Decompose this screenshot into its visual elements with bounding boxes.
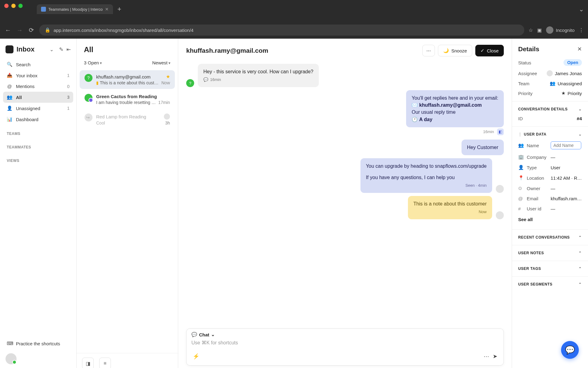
assignee-value[interactable]: James Jonas [544, 70, 582, 76]
section-user-notes[interactable]: USER NOTES⌃ [512, 245, 588, 258]
message-scroll[interactable]: ? Hey - this service is very cool. How c… [178, 63, 512, 328]
message-line: Our usual reply time [412, 109, 498, 116]
section-user-segments[interactable]: USER SEGMENTS⌃ [512, 276, 588, 289]
avatar-initial: ? [87, 75, 90, 80]
macros-icon[interactable] [191, 351, 201, 362]
location-value[interactable]: 11:42 AM · Rea… [551, 175, 582, 181]
chevron-up-icon: ⌃ [579, 282, 582, 286]
avatar-icon: ↩ [85, 113, 92, 121]
section-user-data[interactable]: USER DATA⌄ [512, 126, 588, 139]
message-text: Hey - this service is very cool. How can… [203, 68, 313, 75]
conversation-item[interactable]: Green Cactus from Reading I am having tr… [80, 90, 175, 109]
intercom-logo-icon[interactable] [6, 45, 13, 53]
search-label: Search [16, 62, 70, 67]
section-recent-conversations[interactable]: RECENT CONVERSATIONS⌃ [512, 229, 588, 242]
conversation-name: khuffash.ramy@gmail.com [96, 74, 166, 79]
chat-icon: 💬 [203, 77, 208, 83]
sidebar-section-teams[interactable]: TEAMS [3, 125, 73, 138]
grip-icon[interactable] [518, 132, 522, 136]
status-badge[interactable]: Open [564, 59, 582, 66]
forward-button[interactable]: → [16, 27, 23, 34]
open-filter[interactable]: 3 Open▾ [84, 60, 102, 65]
agent-avatar-icon [496, 211, 504, 219]
sidebar-item-dashboard[interactable]: Dashboard [3, 114, 73, 125]
sidebar-section-views[interactable]: VIEWS [3, 152, 73, 165]
message-time: 16min [483, 129, 494, 134]
browser-menu-icon[interactable]: ⋮ [579, 27, 584, 33]
section-user-tags[interactable]: USER TAGS⌃ [512, 261, 588, 273]
intercom-badge-icon: ◧ [497, 128, 504, 135]
conversation-time: 17min [158, 100, 170, 105]
message-outgoing: You'll get replies here and in your emai… [186, 90, 504, 127]
note-text: This is a note about this customer [413, 200, 487, 207]
browser-tab[interactable]: Teammates | Moodjoy | Interco ✕ [37, 4, 113, 14]
sidebar-item-label: Your inbox [16, 73, 63, 78]
composer-mode-selector[interactable]: Chat ⌄ [191, 332, 215, 337]
incognito-indicator[interactable]: Incognito [546, 26, 575, 34]
tabs-dropdown-icon[interactable]: ⌄ [578, 6, 585, 13]
bookmark-icon[interactable]: ☆ [529, 27, 533, 33]
section-conversation-details[interactable]: CONVERSATION DETAILS⌄ [512, 101, 588, 114]
conversation-time: Now [161, 80, 170, 85]
snooze-button[interactable]: Snooze [438, 45, 472, 56]
sort-filter[interactable]: Newest▾ [152, 60, 171, 65]
conversation-name: Green Cactus from Reading [96, 94, 170, 99]
collapse-sidebar-icon[interactable] [66, 46, 71, 53]
messenger-fab[interactable] [561, 341, 579, 359]
list-view-button[interactable]: ≡ [99, 358, 111, 368]
star-icon [561, 90, 565, 96]
browser-chrome: Teammates | Moodjoy | Interco ✕ + ⌄ ← → … [0, 0, 588, 39]
close-details-icon[interactable]: ✕ [577, 46, 582, 52]
sidebar-title: Inbox [17, 45, 47, 53]
people-icon [550, 81, 556, 86]
close-tab-icon[interactable]: ✕ [105, 7, 109, 12]
sidebar-item-mentions[interactable]: Mentions 0 [3, 81, 73, 92]
user-icon [518, 165, 524, 170]
more-actions-button[interactable] [422, 45, 435, 56]
send-icon[interactable] [491, 351, 499, 362]
conversation-list: All 3 Open▾ Newest▾ ? khuffash.ramy@gmai… [77, 39, 178, 368]
conversation-item[interactable]: ↩ Red Lamp from Reading Cool3h [80, 110, 175, 129]
team-value[interactable]: Unassigned [544, 81, 582, 86]
new-tab-button[interactable]: + [113, 5, 126, 13]
owner-value[interactable]: — [551, 186, 582, 191]
practice-shortcuts[interactable]: Practice the shortcuts [3, 338, 73, 349]
assignee-avatar-icon [164, 113, 170, 120]
chart-icon [7, 117, 12, 122]
email-value[interactable]: khuffash.ramy… [551, 196, 582, 201]
compose-icon[interactable] [59, 46, 63, 53]
name-input[interactable] [551, 141, 581, 149]
close-button[interactable]: Close [475, 45, 504, 56]
company-label: Company [527, 155, 548, 160]
type-value[interactable]: User [551, 165, 582, 170]
sidebar-item-all[interactable]: All 3 [3, 92, 73, 103]
address-bar[interactable]: 🔒 app.intercom.com/a/inbox/nnsgmgob/inbo… [39, 25, 524, 36]
section-label: USER NOTES [518, 251, 579, 255]
sidebar-item-count: 3 [67, 95, 70, 100]
message-note: This is a note about this customer Now [186, 196, 504, 219]
conversation-item[interactable]: ? khuffash.ramy@gmail.com ▮This is a not… [80, 70, 175, 89]
userid-value[interactable]: — [551, 206, 582, 211]
see-all-button[interactable]: See all [512, 214, 588, 226]
reload-button[interactable]: ⟳ [28, 26, 35, 34]
back-button[interactable]: ← [4, 27, 12, 34]
message-seen: Seen · 4min [366, 183, 487, 189]
extensions-icon[interactable]: ▣ [537, 27, 542, 33]
composer-input[interactable]: Use ⌘K for shortcuts [187, 337, 503, 349]
current-user-avatar[interactable] [6, 353, 17, 364]
sidebar-item-your-inbox[interactable]: Your inbox 1 [3, 70, 73, 81]
card-view-button[interactable]: ◨ [82, 358, 94, 368]
message-email: khuffash.ramy@gmail.com [419, 102, 482, 108]
sidebar-section-teammates[interactable]: TEAMMATES [3, 138, 73, 152]
company-value[interactable]: — [551, 155, 582, 160]
chevron-down-icon: ▾ [168, 61, 171, 65]
priority-value[interactable]: Priority [544, 90, 582, 96]
owner-icon [518, 186, 524, 191]
assignee-label: Assignee [518, 71, 544, 76]
chevron-down-icon[interactable]: ⌄ [50, 47, 54, 52]
composer-more-icon[interactable] [482, 351, 491, 362]
location-label: Location [527, 175, 548, 181]
search-row[interactable]: Search [3, 59, 73, 70]
sidebar-item-unassigned[interactable]: Unassigned 1 [3, 103, 73, 114]
conversation-header: khuffash.ramy@gmail.com Snooze Close [178, 39, 512, 63]
